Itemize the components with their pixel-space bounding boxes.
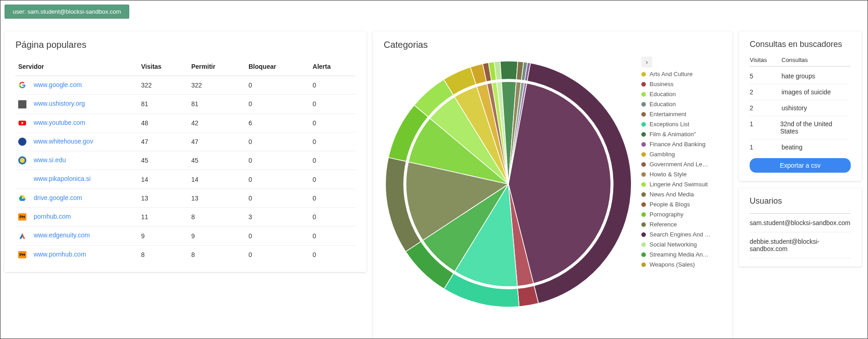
popular-table: Servidor Visitas Permitir Bloquear Alert… [15,57,355,264]
cell-block: 0 [246,95,310,113]
legend-item[interactable]: Weapons (Sales) [641,260,714,270]
legend-label: Reference [650,220,677,230]
search-queries-body[interactable]: 5 hate groups2 images of suicide2 ushist… [750,68,851,153]
legend-item[interactable]: Arts And Culture [641,69,714,79]
col-visits[interactable]: Visitas [138,57,188,76]
pie-slice[interactable] [500,61,518,80]
col-visits: Visitas [750,56,782,63]
table-row[interactable]: www.pikapolonica.si 14 14 0 0 [15,170,355,189]
search-query-row[interactable]: 5 hate groups [750,68,849,84]
legend-item[interactable]: Howto & Style [641,170,714,180]
legend-dot-icon [641,112,646,117]
legend-item[interactable]: Government And Le… [641,159,714,170]
legend-next-button[interactable]: › [641,56,652,67]
cell-allow: 42 [188,113,246,132]
legend-item[interactable]: Finance And Banking [641,139,714,149]
legend-dot-icon [641,262,646,267]
legend-item[interactable]: Search Engines And … [641,230,714,240]
table-row[interactable]: drive.google.com 13 13 0 0 [15,189,355,207]
cell-visits: 8 [138,245,188,264]
legend-label: Exceptions List [650,119,689,129]
table-row[interactable]: PH pornhub.com 11 8 3 0 [15,208,355,226]
legend-item[interactable]: News And Media [641,190,714,200]
legend-item[interactable]: Exceptions List [641,119,714,129]
cell-alert: 0 [310,113,355,132]
domain-link[interactable]: www.youtube.com [34,119,86,126]
legend-item[interactable]: Social Networking [641,240,714,250]
legend-label: Government And Le… [650,159,708,170]
table-row[interactable]: www.ushistory.org 81 81 0 0 [15,95,355,113]
legend-dot-icon [641,202,646,207]
table-row[interactable]: www.youtube.com 48 42 6 0 [15,113,355,132]
domain-link[interactable]: www.pikapolonica.si [34,175,91,182]
legend-label: Film & Animation" [650,129,696,139]
legend-dot-icon [641,172,646,177]
domain-link[interactable]: www.edgenuity.com [34,231,90,239]
query-visits: 2 [750,104,782,112]
popular-pages-card: Página populares Servidor Visitas Permit… [5,31,366,272]
favicon-icon [18,100,26,108]
cell-visits: 47 [138,132,188,151]
search-query-row[interactable]: 2 ushistory [750,100,849,116]
favicon-icon [18,81,26,89]
category-pie-chart[interactable] [381,56,636,312]
col-alert[interactable]: Alerta [310,57,355,76]
legend-dot-icon [641,212,646,217]
search-query-row[interactable]: 1 beating [750,139,849,153]
domain-link[interactable]: drive.google.com [34,194,82,201]
user-row[interactable]: debbie.student@blocksi-sandbox.com [750,232,851,258]
legend-item[interactable]: Gambling [641,149,714,159]
legend-item[interactable]: Lingerie And Swimsuit [641,180,714,190]
search-query-row[interactable]: 2 images of suicide [750,84,849,100]
legend-item[interactable]: Business [641,79,714,89]
legend-dot-icon [641,102,646,107]
cell-visits: 48 [138,113,188,132]
favicon-icon [18,232,26,240]
cell-visits: 45 [138,151,188,170]
domain-link[interactable]: www.ushistory.org [34,100,85,107]
legend-item[interactable]: Education [641,89,714,99]
cell-allow: 8 [188,245,246,264]
cell-alert: 0 [310,226,355,245]
legend-label: Education [650,89,676,99]
export-csv-button[interactable]: Exportar a csv [750,158,851,173]
favicon-icon: PH [18,213,26,221]
col-server[interactable]: Servidor [15,57,138,76]
table-row[interactable]: www.edgenuity.com 9 9 0 0 [15,226,355,245]
query-text: ushistory [782,104,807,112]
table-row[interactable]: www.whitehouse.gov 47 47 0 0 [15,132,355,151]
legend-label: Entertainment [650,109,686,119]
domain-link[interactable]: pornhub.com [34,213,71,220]
legend-item[interactable]: Pornography [641,210,714,220]
table-row[interactable]: www.google.com 322 322 0 0 [15,76,355,95]
favicon-icon [18,119,26,127]
cell-block: 3 [246,208,310,226]
domain-link[interactable]: www.si.edu [34,156,66,164]
cell-block: 0 [246,170,310,189]
legend-item[interactable]: Streaming Media An… [641,250,714,260]
legend-dot-icon [641,162,646,167]
legend-item[interactable]: Education [641,99,714,109]
domain-link[interactable]: www.google.com [34,81,82,88]
cell-alert: 0 [310,208,355,226]
domain-link[interactable]: www.whitehouse.gov [34,138,93,145]
col-allow[interactable]: Permitir [188,57,246,76]
legend-item[interactable]: Film & Animation" [641,129,714,139]
cell-visits: 13 [138,189,188,207]
cell-alert: 0 [310,170,355,189]
query-visits: 1 [750,120,780,135]
legend-item[interactable]: Reference [641,220,714,230]
table-row[interactable]: www.si.edu 45 45 0 0 [15,151,355,170]
col-block[interactable]: Bloquear [246,57,310,76]
cell-allow: 322 [188,76,246,95]
search-query-row[interactable]: 1 32nd of the United States [750,116,849,139]
query-text: 32nd of the United States [780,120,849,135]
legend-label: Finance And Banking [650,139,706,149]
domain-link[interactable]: www.pornhub.com [34,251,86,258]
table-row[interactable]: PH www.pornhub.com 8 8 0 0 [15,245,355,264]
legend-item[interactable]: Entertainment [641,109,714,119]
cell-alert: 0 [310,76,355,95]
legend-dot-icon [641,72,646,77]
legend-item[interactable]: People & Blogs [641,200,714,210]
user-row[interactable]: sam.student@blocksi-sandbox.com [750,213,851,232]
